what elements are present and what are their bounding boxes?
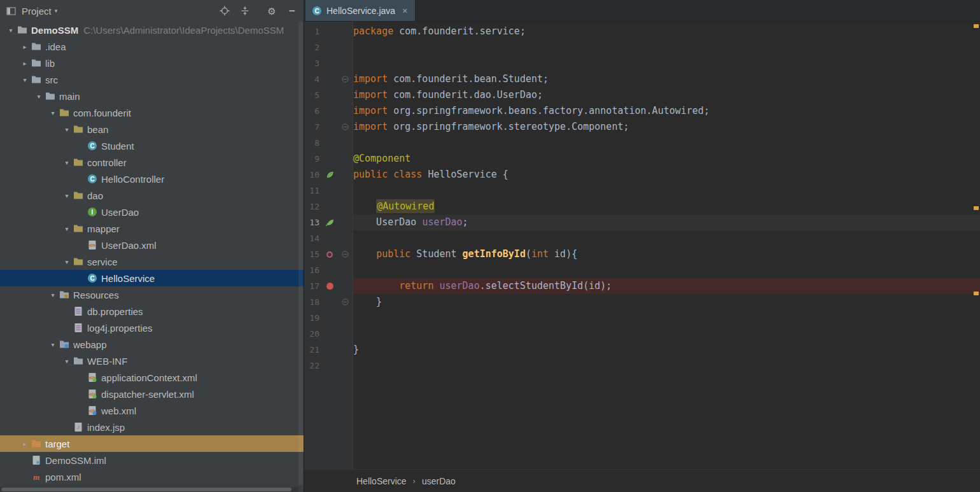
- tree-item-web-inf[interactable]: ▾WEB-INF: [0, 353, 304, 369]
- tree-item-applicationcontext-xml[interactable]: </>applicationContext.xml: [0, 369, 304, 386]
- tree-chevron-down-icon[interactable]: ▾: [61, 126, 73, 133]
- gutter-row-2[interactable]: 2: [304, 39, 353, 55]
- tree-chevron-down-icon[interactable]: ▾: [47, 292, 59, 299]
- gutter-row-8[interactable]: 8: [304, 135, 353, 151]
- collapse-all-button[interactable]: [237, 3, 253, 18]
- tree-chevron-down-icon[interactable]: ▾: [19, 76, 31, 83]
- gutter-row-13[interactable]: 13: [304, 214, 353, 230]
- tree-chevron-down-icon[interactable]: ▾: [47, 341, 59, 348]
- scrollbar-thumb[interactable]: [1, 488, 291, 491]
- tree-item-db-properties[interactable]: db.properties: [0, 303, 304, 320]
- code-line-4[interactable]: import com.founderit.bean.Student;: [353, 71, 980, 87]
- tree-item-bean[interactable]: ▾bean: [0, 121, 304, 137]
- tree-item-index-jsp[interactable]: Jindex.jsp: [0, 419, 304, 435]
- tree-item-hellocontroller[interactable]: CHelloController: [0, 171, 304, 187]
- tree-item-userdao[interactable]: IUserDao: [0, 204, 304, 220]
- code-line-17[interactable]: return userDao.selectStudentById(id);: [353, 278, 980, 294]
- error-stripe[interactable]: [972, 22, 980, 469]
- code-line-10[interactable]: public class HelloService {: [353, 167, 980, 183]
- tree-chevron-down-icon[interactable]: ▾: [47, 109, 59, 116]
- hide-button[interactable]: −: [284, 3, 300, 18]
- tree-chevron-right-icon[interactable]: ▸: [19, 60, 31, 67]
- tree-item-service[interactable]: ▾service: [0, 253, 304, 270]
- code-line-8[interactable]: [353, 135, 980, 151]
- code-line-11[interactable]: [353, 183, 980, 199]
- code-line-14[interactable]: [353, 230, 980, 246]
- gutter-row-18[interactable]: 18: [304, 294, 353, 310]
- gutter-row-20[interactable]: 20: [304, 326, 353, 342]
- tree-item-demossm[interactable]: ▾DemoSSMC:\Users\Administrator\IdeaProje…: [0, 22, 304, 38]
- code-line-22[interactable]: [353, 358, 980, 374]
- project-panel-title[interactable]: Project: [22, 6, 52, 17]
- warning-stripe-mark[interactable]: [974, 24, 979, 28]
- close-icon[interactable]: ×: [402, 6, 407, 16]
- gutter-row-22[interactable]: 22: [304, 358, 353, 374]
- gutter-row-5[interactable]: 5: [304, 87, 353, 103]
- tree-item-web-xml[interactable]: </>web.xml: [0, 402, 304, 419]
- code-area[interactable]: package com.founderit.service;import com…: [353, 22, 980, 469]
- gutter-row-7[interactable]: 7: [304, 119, 353, 135]
- code-line-2[interactable]: [353, 39, 980, 55]
- code-line-12[interactable]: @Autowired: [353, 199, 980, 214]
- tree-chevron-down-icon[interactable]: ▾: [5, 27, 17, 34]
- gutter-row-15[interactable]: 15: [304, 246, 353, 262]
- tree-chevron-down-icon[interactable]: ▾: [61, 192, 73, 199]
- tree-chevron-right-icon[interactable]: ▸: [19, 43, 31, 50]
- gutter-row-10[interactable]: 10: [304, 167, 353, 183]
- fold-end-icon[interactable]: [341, 298, 349, 306]
- tree-item-log4j-properties[interactable]: log4j.properties: [0, 320, 304, 336]
- tree-item-com-founderit[interactable]: ▾com.founderit: [0, 104, 304, 121]
- bean-method-icon[interactable]: [324, 250, 335, 260]
- tree-item-webapp[interactable]: ▾webapp: [0, 336, 304, 353]
- gutter-row-19[interactable]: 19: [304, 310, 353, 326]
- gutter-row-17[interactable]: 17: [304, 278, 353, 294]
- tree-item-userdao-xml[interactable]: </>UserDao.xml: [0, 237, 304, 253]
- gutter-row-6[interactable]: 6: [304, 103, 353, 119]
- tree-chevron-down-icon[interactable]: ▾: [61, 358, 73, 365]
- project-vertical-scrollbar[interactable]: [298, 22, 303, 486]
- tree-item-lib[interactable]: ▸lib: [0, 55, 304, 71]
- tab-helloservice-java[interactable]: C HelloService.java ×: [305, 0, 415, 21]
- code-line-21[interactable]: }: [353, 342, 980, 358]
- code-line-18[interactable]: }: [353, 294, 980, 310]
- fold-end-icon[interactable]: [341, 123, 349, 131]
- gutter-row-1[interactable]: 1: [304, 24, 353, 39]
- gutter-row-9[interactable]: 9: [304, 151, 353, 167]
- tree-item-target[interactable]: ▸target: [0, 435, 304, 452]
- tree-item-src[interactable]: ▾src: [0, 71, 304, 88]
- code-line-19[interactable]: [353, 310, 980, 326]
- tree-chevron-right-icon[interactable]: ▸: [19, 440, 31, 447]
- gutter-row-4[interactable]: 4: [304, 71, 353, 87]
- code-line-15[interactable]: public Student getInfoById(int id){: [353, 246, 980, 262]
- code-line-5[interactable]: import com.founderit.dao.UserDao;: [353, 87, 980, 103]
- gutter-row-21[interactable]: 21: [304, 342, 353, 358]
- tree-item-main[interactable]: ▾main: [0, 88, 304, 104]
- tree-chevron-down-icon[interactable]: ▾: [61, 159, 73, 166]
- code-line-3[interactable]: [353, 55, 980, 71]
- fold-start-icon[interactable]: [341, 250, 349, 258]
- gutter-row-14[interactable]: 14: [304, 230, 353, 246]
- tree-item-controller[interactable]: ▾controller: [0, 154, 304, 171]
- warning-stripe-mark[interactable]: [974, 292, 979, 295]
- chevron-down-icon[interactable]: ▾: [55, 8, 58, 14]
- breadcrumb-userdao[interactable]: userDao: [422, 476, 456, 486]
- settings-button[interactable]: ⚙: [264, 3, 279, 18]
- tree-item-mapper[interactable]: ▾mapper: [0, 220, 304, 237]
- gutter-row-3[interactable]: 3: [304, 55, 353, 71]
- breakpoint-icon[interactable]: [324, 281, 335, 292]
- code-line-20[interactable]: [353, 326, 980, 342]
- fold-start-icon[interactable]: [341, 75, 349, 83]
- tree-item-dao[interactable]: ▾dao: [0, 187, 304, 204]
- spring-autowired-icon[interactable]: [324, 218, 335, 228]
- breadcrumb-helloservice[interactable]: HelloService: [356, 476, 407, 486]
- tree-chevron-down-icon[interactable]: ▾: [33, 93, 45, 100]
- gutter-row-12[interactable]: 12: [304, 199, 353, 214]
- code-line-1[interactable]: package com.founderit.service;: [353, 24, 980, 39]
- tree-chevron-down-icon[interactable]: ▾: [61, 225, 73, 232]
- code-line-9[interactable]: @Component: [353, 151, 980, 167]
- code-line-7[interactable]: import org.springframework.stereotype.Co…: [353, 119, 980, 135]
- code-line-16[interactable]: [353, 262, 980, 278]
- gutter-row-11[interactable]: 11: [304, 183, 353, 199]
- tree-item-pom-xml[interactable]: mpom.xml: [0, 468, 304, 485]
- spring-bean-icon[interactable]: [324, 170, 335, 180]
